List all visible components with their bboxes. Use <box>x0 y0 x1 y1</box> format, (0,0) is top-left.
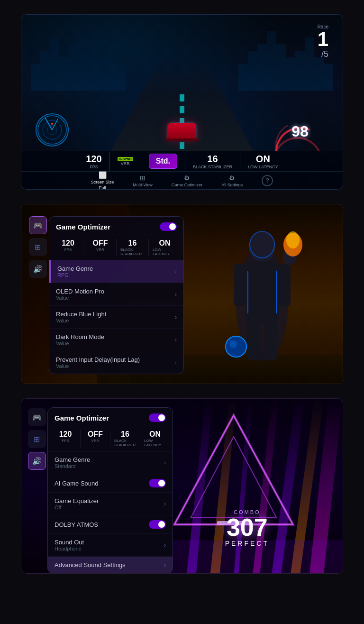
ai-sound-toggle[interactable] <box>149 479 166 487</box>
opt3-title: Game Optimizer <box>55 414 109 422</box>
svg-marker-32 <box>174 415 293 524</box>
panel3-chevron-2: › <box>164 501 166 507</box>
menu-game-genre[interactable]: Game Genre RPG › <box>49 260 183 283</box>
dolby-toggle[interactable] <box>149 520 166 529</box>
divider-3 <box>185 152 185 171</box>
multiview-icon: ⊞ <box>140 174 146 182</box>
menu-blue-light-text: Reduce Blue Light Value <box>56 311 106 323</box>
menu-dark-room-text: Dark Room Mode Value <box>56 333 104 346</box>
svg-point-4 <box>51 123 53 125</box>
scifi-character <box>219 209 305 380</box>
race-position: Race 1 /5 <box>318 24 328 59</box>
svg-marker-30 <box>174 415 293 524</box>
menu-input-delay-text: Prevent Input Delay(Input Lag) Value <box>56 356 140 369</box>
panel3-menu-sound-out[interactable]: Sound Out Headphone › <box>48 534 173 557</box>
hud-btn-multiview[interactable]: ⊞ Multi-View <box>133 174 152 187</box>
chevron-icon-2: › <box>175 314 177 321</box>
sidebar-grid[interactable]: ⊞ <box>29 238 47 256</box>
speedometer: 98 <box>272 118 328 156</box>
opt3-stats: 120 FPS OFF VRR 16 Black Stabilizer ON L… <box>48 426 173 451</box>
panel-racing: 98 Race 1 /5 120 FPS <box>21 14 343 190</box>
stat3-div-2 <box>110 430 110 447</box>
hud-fps: 120 FPS <box>86 154 101 169</box>
panel-music: COMBO 307 PERFECT 🎮 ⊞ 🔊 Game Optimizer 1… <box>21 398 343 574</box>
opt3-toggle[interactable] <box>149 413 166 422</box>
svg-rect-12 <box>279 264 291 306</box>
perfect-label: PERFECT <box>225 540 269 547</box>
panel3-dolby[interactable]: DOLBY ATMOS <box>48 515 173 534</box>
hud-stats-row: 120 FPS G-SYNC VRR Std. 16 Black Stabili… <box>21 151 343 171</box>
panel3-genre-text: Game Genre Standard <box>55 456 90 469</box>
hud-gsync: G-SYNC VRR <box>118 157 133 166</box>
hud-buttons-row: ⬜ Screen Size Full ⊞ Multi-View ⚙ Game O… <box>21 171 343 189</box>
opt3-black-stab: 16 Black Stabilizer <box>114 430 136 447</box>
menu-reduce-blue-light[interactable]: Reduce Blue Light Value › <box>49 306 183 329</box>
menu-oled-text: OLED Motion Pro Value <box>56 288 104 301</box>
hud-bar: 120 FPS G-SYNC VRR Std. 16 Black Stabili… <box>21 151 343 189</box>
panel3-chevron-0: › <box>164 459 166 466</box>
menu-genre-text: Game Genre RPG <box>57 265 93 278</box>
opt3-latency: ON Low Latency <box>144 430 166 447</box>
score-number: 307 <box>225 515 269 540</box>
hud-btn-full[interactable]: ⬜ Screen Size Full <box>91 171 114 190</box>
sidebar-sound[interactable]: 🔊 <box>29 260 47 278</box>
opt-latency: ON Low Latency <box>153 239 177 256</box>
character-svg <box>219 209 305 380</box>
stat-div-2 <box>116 239 117 256</box>
panel3-sidebar-grid[interactable]: ⊞ <box>28 430 46 448</box>
panel3-chevron-4: › <box>164 542 166 549</box>
std-badge: Std. <box>149 154 177 169</box>
panel3-sidebar-sound[interactable]: 🔊 <box>28 452 46 470</box>
svg-point-21 <box>229 340 237 348</box>
svg-marker-31 <box>191 437 276 517</box>
optimizer-icon: ⚙ <box>184 174 190 182</box>
menu-input-delay[interactable]: Prevent Input Delay(Input Lag) Value › <box>49 351 183 374</box>
panel3-chevron-5: › <box>164 562 166 569</box>
opt-black-stab: 16 Black Stabilizer <box>120 239 145 256</box>
panel3-sound-out-text: Sound Out Headphone <box>55 539 84 551</box>
panel3-menu-equalizer[interactable]: Game Equalizer Off › <box>48 493 173 515</box>
opt-title: Game Optimizer <box>56 223 110 231</box>
panel-scifi: 🎮 ⊞ 🔊 Game Optimizer 120 FPS OFF VRR <box>21 204 343 384</box>
panel2-sidebar: 🎮 ⊞ 🔊 <box>27 216 48 278</box>
panel3-menu-genre[interactable]: Game Genre Standard › <box>48 451 173 474</box>
svg-rect-8 <box>246 261 279 323</box>
opt3-header: Game Optimizer <box>48 408 173 426</box>
menu-dark-room[interactable]: Dark Room Mode Value › <box>49 329 183 351</box>
position-number: 1 <box>318 29 328 49</box>
opt-header: Game Optimizer <box>49 217 183 235</box>
sidebar-gamepad[interactable]: 🎮 <box>29 216 47 234</box>
hud-btn-all-settings[interactable]: ⚙ All Settings <box>221 174 243 187</box>
svg-rect-11 <box>234 264 246 306</box>
stat-div-1 <box>84 239 84 256</box>
page-container: 98 Race 1 /5 120 FPS <box>0 0 364 588</box>
radar-svg <box>36 114 68 146</box>
chevron-icon-0: › <box>175 268 177 275</box>
chevron-icon-3: › <box>175 337 177 343</box>
opt-vrr: OFF VRR <box>88 239 112 256</box>
hud-btn-game-optimizer[interactable]: ⚙ Game Optimizer <box>172 174 203 187</box>
panel3-sidebar-gamepad[interactable]: 🎮 <box>28 408 46 426</box>
opt3-fps: 120 FPS <box>55 430 76 447</box>
menu-oled-motion[interactable]: OLED Motion Pro Value › <box>49 283 183 306</box>
panel3-sidebar: 🎮 ⊞ 🔊 <box>26 408 47 470</box>
opt-toggle[interactable] <box>160 222 177 231</box>
mini-radar <box>36 113 69 147</box>
stat3-div-3 <box>140 430 140 447</box>
panel3-ai-sound[interactable]: AI Game Sound <box>48 474 173 493</box>
chevron-icon-1: › <box>175 291 177 298</box>
divider-2 <box>141 152 141 171</box>
panel2-optimizer: Game Optimizer 120 FPS OFF VRR 16 Black … <box>49 216 184 374</box>
chevron-icon-4: › <box>175 359 177 366</box>
svg-point-15 <box>286 231 300 248</box>
svg-rect-16 <box>247 322 260 360</box>
position-total: /5 <box>318 49 328 59</box>
divider-1 <box>109 152 110 171</box>
info-button[interactable]: ? <box>262 175 273 186</box>
opt3-vrr: OFF VRR <box>84 430 106 447</box>
settings-icon: ⚙ <box>229 174 235 182</box>
panel3-menu-advanced[interactable]: Advanced Sound Settings › <box>48 557 173 573</box>
panel3-equalizer-text: Game Equalizer Off <box>55 497 99 510</box>
speed-value: 98 <box>291 123 309 140</box>
svg-rect-17 <box>264 322 277 360</box>
